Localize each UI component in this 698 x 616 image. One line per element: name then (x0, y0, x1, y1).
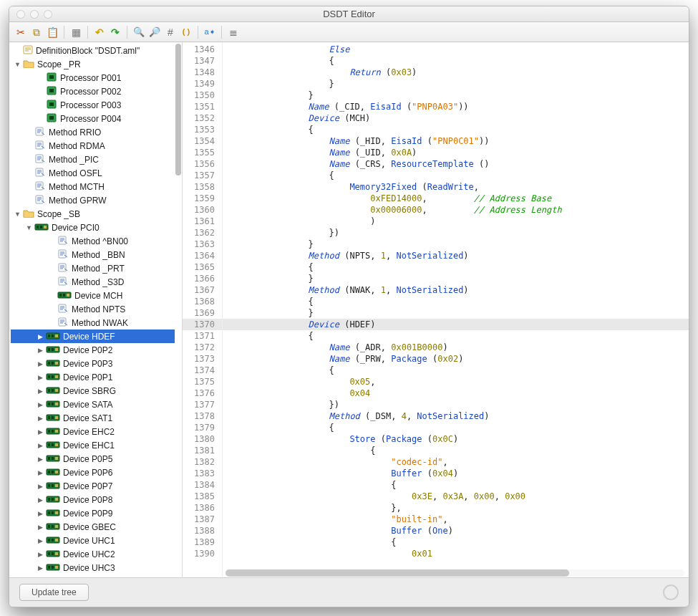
code-line[interactable]: "codec-id", (223, 456, 689, 468)
code-editor[interactable]: 1346134713481349135013511352135313541355… (183, 42, 689, 577)
tree-row[interactable]: ▶Device GBEC (11, 520, 175, 534)
format-button[interactable]: ≣ (226, 25, 241, 39)
tree-row[interactable]: ▶Device P0P5 (11, 452, 175, 466)
code-line[interactable]: 0x04 (223, 388, 689, 399)
minimize-window-button[interactable] (30, 10, 39, 19)
code-line[interactable]: Name (_PRW, Package (0x02) (223, 353, 689, 365)
redo-button[interactable]: ↷ (108, 25, 122, 39)
tree-row[interactable]: ▼Device PCI0 (11, 221, 175, 234)
disclosure-triangle-icon[interactable]: ▶ (37, 388, 44, 395)
tree-row[interactable]: Processor P002 (11, 85, 175, 98)
code-line[interactable]: Store (Package (0x0C) (223, 433, 689, 445)
disclosure-triangle-icon[interactable]: ▶ (37, 374, 44, 381)
tree-row[interactable]: Method _PIC (11, 153, 175, 166)
disclosure-triangle-icon[interactable]: ▶ (37, 524, 44, 531)
clear-button[interactable]: ▦ (69, 25, 83, 39)
hash-button[interactable]: # (163, 25, 178, 39)
code-line[interactable]: "built-in", (223, 514, 689, 525)
disclosure-triangle-icon[interactable]: ▶ (37, 483, 44, 490)
tree-row[interactable]: ▶Device P0P8 (11, 493, 175, 506)
disclosure-triangle-icon[interactable]: ▶ (37, 401, 44, 408)
code-line[interactable]: { (223, 536, 689, 548)
disclosure-triangle-icon[interactable]: ▶ (37, 496, 44, 504)
update-tree-button[interactable]: Update tree (19, 584, 89, 601)
code-line[interactable]: Return (0x03) (223, 67, 689, 78)
disclosure-triangle-icon[interactable]: ▶ (37, 551, 44, 558)
disclosure-triangle-icon[interactable]: ▼ (14, 61, 21, 68)
code-line[interactable]: { (223, 445, 689, 456)
code-line[interactable]: 0x3E, 0x3A, 0x00, 0x00 (223, 491, 689, 502)
tree-vscroll-thumb[interactable] (175, 44, 181, 175)
code-line[interactable]: Device (HDEF) (223, 319, 689, 330)
tree-row[interactable]: Method _PRT (11, 261, 175, 275)
code-line[interactable]: Name (_UID, 0x0A) (223, 147, 689, 158)
disclosure-triangle-icon[interactable]: ▶ (37, 415, 44, 422)
tree-row[interactable]: ▶Device P0P1 (11, 370, 175, 384)
tree-row[interactable]: ▶Device P0P3 (11, 357, 175, 370)
tree-row[interactable]: Method RRIO (11, 125, 175, 139)
tree-row[interactable]: ▶Device EHC2 (11, 425, 175, 438)
disclosure-triangle-icon[interactable]: ▶ (37, 442, 44, 449)
zoom-window-button[interactable] (44, 10, 52, 19)
code-line[interactable]: 0xFED14000, // Address Base (223, 193, 689, 204)
code-line[interactable]: Else (223, 44, 689, 55)
paste-button[interactable]: 📋 (45, 25, 59, 39)
code-line[interactable]: { (223, 296, 689, 307)
disclosure-triangle-icon[interactable]: ▶ (37, 564, 44, 572)
tree-row[interactable]: ▶Device UHC2 (11, 547, 175, 561)
code-line[interactable]: }) (223, 227, 689, 239)
tree-vscrollbar[interactable] (175, 42, 181, 577)
disclosure-triangle-icon[interactable]: ▶ (37, 360, 44, 367)
tree-list[interactable]: DefinitionBlock "DSDT.aml"▼Scope _PRProc… (9, 42, 175, 577)
code-line[interactable]: { (223, 55, 689, 67)
disclosure-triangle-icon[interactable]: ▼ (25, 224, 33, 231)
code-line[interactable]: Name (_HID, EisaId ("PNP0C01")) (223, 135, 689, 147)
disclosure-triangle-icon[interactable]: ▶ (37, 333, 44, 340)
code-line[interactable]: Buffer (0x04) (223, 468, 689, 479)
code-line[interactable]: }, (223, 502, 689, 514)
code-line[interactable]: { (223, 365, 689, 376)
code-line[interactable]: }) (223, 399, 689, 410)
code-line[interactable]: Memory32Fixed (ReadWrite, (223, 181, 689, 193)
code-line[interactable]: ) (223, 216, 689, 227)
tree-row[interactable]: Method GPRW (11, 193, 175, 207)
code-area[interactable]: Else { Return (0x03) } } Name (_CID, Eis… (223, 42, 689, 577)
disclosure-triangle-icon[interactable]: ▶ (37, 469, 44, 476)
tree-row[interactable]: ▶Device HDEF (11, 329, 175, 343)
tree-row[interactable]: Method NPTS (11, 302, 175, 316)
tree-row[interactable]: DefinitionBlock "DSDT.aml" (11, 44, 175, 57)
code-line[interactable]: { (223, 124, 689, 135)
code-line[interactable]: Name (_ADR, 0x001B0000) (223, 342, 689, 353)
tree-row[interactable]: ▶Device P0P2 (11, 343, 175, 357)
tree-row[interactable]: Processor P004 (11, 112, 175, 125)
tree-row[interactable]: Method _S3D (11, 275, 175, 289)
code-line[interactable]: } (223, 239, 689, 250)
tree-row[interactable]: Method MCTH (11, 180, 175, 193)
disclosure-triangle-icon[interactable]: ▼ (14, 211, 21, 218)
tree-row[interactable]: Device MCH (11, 289, 175, 302)
window-controls[interactable] (9, 10, 52, 19)
tree-row[interactable]: ▶Device P0P6 (11, 466, 175, 479)
code-line[interactable]: Name (_CRS, ResourceTemplate () (223, 158, 689, 170)
titlebar[interactable]: DSDT Editor (9, 6, 689, 22)
code-line[interactable]: { (223, 261, 689, 273)
disclosure-triangle-icon[interactable]: ▶ (37, 347, 44, 354)
tree-row[interactable]: ▶Device SAT1 (11, 411, 175, 425)
editor-hscrollbar[interactable] (226, 569, 684, 577)
code-line[interactable]: } (223, 78, 689, 90)
code-line[interactable]: Method (NWAK, 1, NotSerialized) (223, 284, 689, 296)
tree-row[interactable]: Method OSFL (11, 166, 175, 180)
tree-row[interactable]: ▶Device SATA (11, 398, 175, 411)
disclosure-triangle-icon[interactable]: ▶ (37, 537, 44, 544)
code-line[interactable]: } (223, 273, 689, 284)
code-line[interactable]: { (223, 330, 689, 342)
tree-row[interactable]: Method RDMA (11, 139, 175, 153)
tree-row[interactable]: ▼Scope _PR (11, 57, 175, 71)
tree-row[interactable]: ▶Device UHC1 (11, 534, 175, 547)
tree-row[interactable]: ▶Device UHC3 (11, 561, 175, 574)
code-line[interactable]: { (223, 422, 689, 433)
tree-row[interactable]: Processor P003 (11, 98, 175, 112)
disclosure-triangle-icon[interactable]: ▶ (37, 428, 44, 435)
zoom-out-button[interactable]: 🔎 (147, 25, 162, 39)
code-line[interactable]: 0x01 (223, 548, 689, 559)
